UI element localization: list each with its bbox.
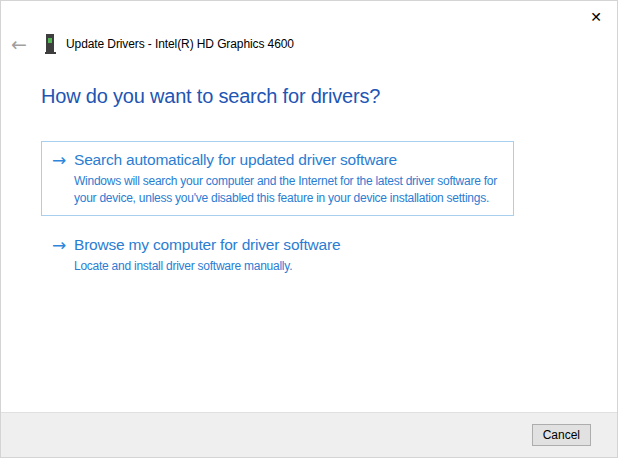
close-icon: ✕ [590,9,602,25]
titlebar: ✕ [1,1,617,31]
window-title: Update Drivers - Intel(R) HD Graphics 46… [66,37,294,51]
option-text: Search automatically for updated driver … [74,150,505,207]
display-adapter-icon-screen [48,38,52,43]
display-adapter-icon-base [45,52,56,54]
display-adapter-icon [45,34,56,54]
option-description: Locate and install driver software manua… [74,258,505,275]
page-heading: How do you want to search for drivers? [41,83,577,109]
option-browse-computer[interactable]: → Browse my computer for driver software… [41,226,514,284]
option-title: Browse my computer for driver software [74,235,505,255]
close-button[interactable]: ✕ [581,5,611,29]
back-button[interactable]: ← [11,34,37,54]
cancel-button[interactable]: Cancel [532,424,591,446]
option-description: Windows will search your computer and th… [74,173,505,207]
back-arrow-icon: ← [11,33,27,55]
wizard-content: How do you want to search for drivers? →… [1,57,617,412]
option-search-automatically[interactable]: → Search automatically for updated drive… [41,141,514,216]
option-text: Browse my computer for driver software L… [74,235,505,275]
arrow-right-icon: → [52,235,74,255]
arrow-right-icon: → [52,150,74,170]
update-drivers-dialog: ✕ ← Update Drivers - Intel(R) HD Graphic… [0,0,618,458]
wizard-header: ← Update Drivers - Intel(R) HD Graphics … [1,31,617,57]
option-title: Search automatically for updated driver … [74,150,505,170]
display-adapter-icon-body [46,34,54,52]
footer-bar: Cancel [1,412,617,457]
